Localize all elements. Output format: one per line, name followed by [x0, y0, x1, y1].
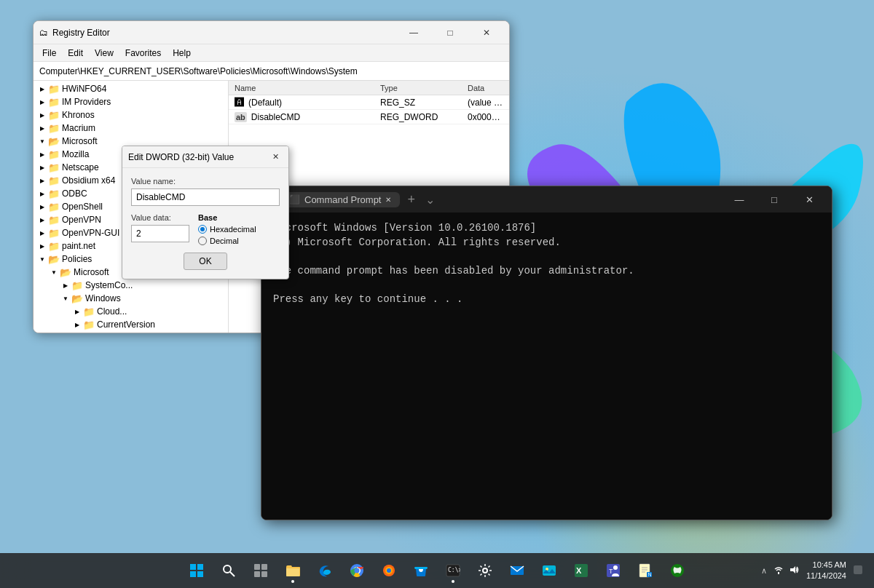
dword-dialog-body: Value name: Value data: Base Hexadecimal…: [122, 168, 288, 279]
chrome-button[interactable]: [342, 556, 371, 585]
cmd-minimize-button[interactable]: —: [723, 188, 756, 211]
hexadecimal-radio[interactable]: Hexadecimal: [198, 225, 256, 234]
dword-dialog-titlebar: Edit DWORD (32-bit) Value ✕: [122, 146, 288, 168]
registry-menu-favorites[interactable]: Favorites: [119, 47, 167, 60]
excel-icon: X: [574, 563, 588, 578]
svg-marker-39: [790, 566, 795, 573]
clock-date: 11/14/2024: [806, 571, 846, 581]
photos-icon: [542, 563, 556, 578]
folder-icon: 📁: [48, 202, 60, 212]
svg-text:T: T: [609, 568, 613, 575]
store-button[interactable]: [406, 556, 436, 585]
registry-menu-help[interactable]: Help: [167, 47, 197, 60]
notification-center[interactable]: [851, 565, 865, 576]
notepad-button[interactable]: N: [631, 556, 660, 585]
registry-menu-edit[interactable]: Edit: [62, 47, 89, 60]
arrow-icon: ▼: [36, 256, 48, 263]
registry-addressbar[interactable]: Computer\HKEY_CURRENT_USER\Software\Poli…: [34, 62, 509, 81]
firefox-button[interactable]: [374, 556, 403, 585]
svg-rect-25: [543, 565, 556, 576]
tree-item-im-providers[interactable]: ▶ 📁 IM Providers: [34, 95, 228, 108]
registry-close-button[interactable]: ✕: [470, 23, 503, 43]
value-name-input[interactable]: [131, 188, 280, 206]
value-row-disablecmd[interactable]: ab DisableCMD REG_DWORD 0x00000002 (2): [229, 110, 509, 124]
edge-icon: [318, 563, 332, 578]
value-type-default: REG_SZ: [374, 98, 462, 108]
folder-icon: 📂: [48, 254, 60, 265]
folder-icon: 📁: [48, 162, 60, 173]
system-clock[interactable]: 10:45 AM 11/14/2024: [803, 560, 849, 582]
registry-maximize-button[interactable]: □: [433, 23, 467, 43]
tree-label: Microsoft: [74, 267, 109, 277]
tree-label: Mozilla: [62, 149, 89, 159]
base-label: Base: [198, 213, 256, 222]
terminal-button[interactable]: C:\>: [438, 556, 468, 585]
arrow-icon: ▼: [48, 269, 60, 276]
folder-icon: 📁: [48, 97, 60, 108]
svg-text:C:\>: C:\>: [448, 567, 460, 573]
registry-menu-view[interactable]: View: [89, 47, 119, 60]
xbox-button[interactable]: [663, 556, 692, 585]
cmd-tab-close[interactable]: ✕: [385, 196, 391, 204]
folder-icon: 📁: [48, 215, 60, 226]
teams-button[interactable]: T: [599, 556, 628, 585]
tree-label: Policies: [62, 254, 92, 264]
tree-label: Cloud...: [97, 306, 127, 317]
registry-menu-file[interactable]: File: [36, 47, 62, 60]
file-explorer-button[interactable]: [278, 556, 307, 585]
tree-label: Macrium: [62, 123, 95, 133]
arrow-icon: ▶: [71, 309, 83, 315]
dword-dialog-close[interactable]: ✕: [268, 150, 283, 164]
dword-ok-button[interactable]: OK: [184, 253, 227, 270]
tree-item-hwinfo[interactable]: ▶ 📁 HWiNFO64: [34, 82, 228, 95]
folder-icon: 📁: [48, 149, 60, 160]
tree-item-currentversion[interactable]: ▶ 📁 CurrentVersion: [34, 318, 228, 331]
tree-item-datacollection[interactable]: ▶ 📁 DataCollection: [34, 331, 228, 333]
value-row-default[interactable]: 🅰 (Default) REG_SZ (value not set): [229, 95, 509, 110]
arrow-icon: ▶: [36, 204, 48, 210]
notepad-icon: N: [638, 563, 653, 578]
tree-item-macrium[interactable]: ▶ 📁 Macrium: [34, 122, 228, 135]
value-data-input[interactable]: [131, 225, 189, 242]
photos-button[interactable]: [535, 556, 564, 585]
tree-item-khronos[interactable]: ▶ 📁 Khronos: [34, 108, 228, 122]
decimal-radio[interactable]: Decimal: [198, 237, 256, 245]
start-button[interactable]: [182, 556, 211, 585]
cmd-tab-dropdown[interactable]: ⌄: [422, 193, 438, 207]
tree-item-cloud[interactable]: ▶ 📁 Cloud...: [34, 305, 228, 318]
registry-minimize-button[interactable]: —: [397, 23, 430, 43]
volume-icon[interactable]: [787, 565, 802, 577]
file-explorer-icon: [285, 563, 301, 579]
folder-icon: 📁: [83, 319, 95, 330]
folder-icon: 📁: [48, 228, 60, 239]
search-button[interactable]: [214, 556, 243, 585]
cmd-close-button[interactable]: ✕: [792, 188, 826, 211]
hex-label: Hexadecimal: [210, 225, 256, 234]
show-hidden-icons[interactable]: ∧: [758, 566, 770, 576]
cmd-tab[interactable]: ⬛ Command Prompt ✕: [280, 192, 400, 207]
cmd-new-tab-button[interactable]: +: [403, 192, 420, 207]
settings-button[interactable]: [471, 556, 500, 585]
tree-label: Netscape: [62, 162, 99, 172]
svg-text:X: X: [576, 566, 582, 575]
task-view-button[interactable]: [246, 556, 275, 585]
tree-item-systemco[interactable]: ▶ 📁 SystemCo...: [34, 279, 228, 292]
tree-item-windows[interactable]: ▼ 📂 Windows: [34, 292, 228, 305]
network-icon[interactable]: [771, 565, 786, 577]
folder-icon: 📁: [48, 175, 60, 186]
arrow-icon: ▶: [36, 151, 48, 158]
mail-icon: [510, 563, 524, 578]
tree-label: Khronos: [62, 110, 95, 120]
cmd-line2: (c) Microsoft Corporation. All rights re…: [273, 237, 561, 248]
registry-title-left: 🗂 Registry Editor: [39, 28, 110, 38]
excel-button[interactable]: X: [567, 556, 596, 585]
tree-label: OpenShell: [62, 202, 103, 212]
folder-icon: 📂: [71, 293, 83, 304]
edge-button[interactable]: [310, 556, 339, 585]
svg-rect-11: [254, 564, 260, 570]
registry-menubar: File Edit View Favorites Help: [34, 44, 509, 62]
dec-radio-circle: [198, 237, 207, 245]
mail-button[interactable]: [503, 556, 532, 585]
store-icon: [414, 563, 428, 578]
cmd-maximize-button[interactable]: □: [757, 188, 791, 211]
